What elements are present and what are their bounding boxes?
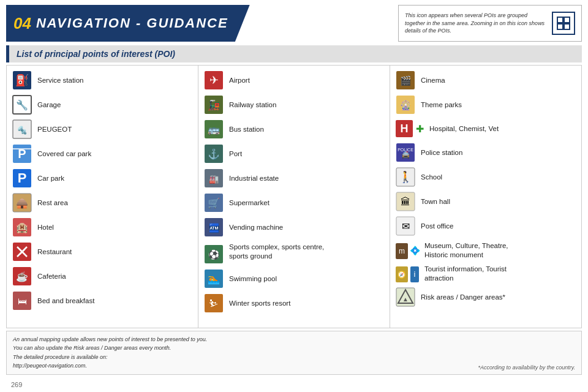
list-item: ⚽ Sports complex, sports centre, sports … bbox=[198, 239, 390, 266]
hotel-label: Hotel bbox=[37, 223, 54, 232]
risk-areas-icon: ▲ bbox=[395, 287, 416, 307]
list-item: 🚶 School bbox=[390, 165, 581, 189]
school-label: School bbox=[421, 173, 442, 182]
supermarket-icon: 🛒 bbox=[203, 192, 224, 213]
subtitle-bar: List of principal points of interest (PO… bbox=[6, 45, 582, 62]
service-station-icon: ⛽ bbox=[12, 70, 32, 91]
svg-text:i: i bbox=[414, 270, 416, 279]
svg-text:🧭: 🧭 bbox=[398, 270, 406, 279]
svg-text:P: P bbox=[18, 170, 27, 186]
cafeteria-icon: ☕ bbox=[12, 266, 32, 287]
list-item: 🏊 Swimming pool bbox=[198, 266, 390, 291]
post-office-label: Post office bbox=[421, 222, 454, 231]
list-item: 🛏 Bed and breakfast bbox=[7, 288, 198, 313]
industrial-estate-icon: 🏭 bbox=[203, 168, 224, 189]
list-item: 🎬 Cinema bbox=[390, 68, 581, 92]
rest-area-icon: 🛖 bbox=[12, 192, 32, 213]
list-item: 🛒 Supermarket bbox=[198, 190, 390, 215]
swimming-pool-icon: 🏊 bbox=[203, 268, 224, 289]
list-item: 🚌 Bus station bbox=[198, 117, 390, 141]
svg-text:m: m bbox=[399, 247, 405, 255]
svg-text:⚓: ⚓ bbox=[208, 148, 220, 160]
chapter-number: 04 bbox=[13, 14, 31, 33]
car-park-label: Car park bbox=[37, 174, 64, 183]
airport-icon: ✈ bbox=[203, 70, 224, 91]
svg-rect-2 bbox=[557, 24, 563, 29]
svg-text:🚌: 🚌 bbox=[208, 124, 220, 135]
hospital-icon: H ✚ bbox=[395, 119, 424, 138]
cinema-icon: 🎬 bbox=[395, 70, 416, 91]
svg-text:🔧: 🔧 bbox=[16, 99, 28, 111]
header-note-text: This icon appears when several POIs are … bbox=[405, 12, 547, 35]
list-item: ✉ Post office bbox=[390, 214, 581, 238]
bed-breakfast-label: Bed and breakfast bbox=[37, 296, 94, 306]
sports-complex-icon: ⚽ bbox=[203, 244, 224, 265]
page-number: 269 bbox=[11, 381, 22, 388]
footer-asterisk: *According to availability by the countr… bbox=[478, 364, 575, 371]
poi-column-1: ⛽ Service station 🔧 Garage 🔩 PEUGEOT P bbox=[7, 66, 198, 328]
list-item: 🏧 Vending machine bbox=[198, 215, 390, 239]
peugeot-icon: 🔩 bbox=[12, 119, 32, 140]
car-park-icon: P bbox=[12, 168, 32, 189]
svg-text:✚: ✚ bbox=[416, 124, 424, 134]
footer-note-text: An annual mapping update allows new poin… bbox=[13, 335, 466, 371]
page-header: 04 NAVIGATION - GUIDANCE This icon appea… bbox=[0, 0, 588, 44]
poi-column-2: ✈ Airport 🚂 Railway station 🚌 Bus st bbox=[198, 66, 390, 328]
footer-line-4: http://peugeot-navigation.com. bbox=[13, 363, 87, 369]
poi-column-3: 🎬 Cinema 🎡 Theme parks H ✚ bbox=[390, 66, 581, 328]
restaurant-label: Restaurant bbox=[37, 247, 72, 257]
post-office-icon: ✉ bbox=[395, 216, 416, 236]
svg-text:✈: ✈ bbox=[209, 74, 219, 86]
garage-icon: 🔧 bbox=[12, 94, 32, 115]
airport-label: Airport bbox=[229, 76, 250, 85]
list-item: 🔧 Garage bbox=[7, 92, 198, 117]
list-item: ✈ Airport bbox=[198, 68, 390, 92]
header-title-area: 04 NAVIGATION - GUIDANCE bbox=[6, 5, 250, 42]
svg-text:🚶: 🚶 bbox=[399, 170, 413, 184]
list-item: ⚓ Port bbox=[198, 141, 390, 166]
subtitle-text: List of principal points of interest (PO… bbox=[17, 49, 175, 59]
list-item: P Covered car park bbox=[7, 141, 198, 166]
svg-text:H: H bbox=[401, 123, 409, 135]
list-item: ▲ Risk areas / Danger areas* bbox=[390, 285, 581, 309]
museum-label: Museum, Culture, Theatre, Historic monum… bbox=[424, 241, 508, 260]
rest-area-label: Rest area bbox=[37, 198, 68, 208]
covered-car-park-icon: P bbox=[12, 143, 32, 164]
chapter-title: NAVIGATION - GUIDANCE bbox=[36, 15, 228, 31]
vending-machine-label: Vending machine bbox=[229, 223, 283, 232]
bus-station-icon: 🚌 bbox=[203, 119, 224, 140]
svg-rect-3 bbox=[564, 24, 570, 29]
cinema-label: Cinema bbox=[421, 76, 445, 85]
poi-list: ⛽ Service station 🔧 Garage 🔩 PEUGEOT P bbox=[6, 65, 582, 328]
svg-text:⛷: ⛷ bbox=[209, 298, 219, 309]
cafeteria-label: Cafeteria bbox=[37, 272, 66, 281]
list-item: 🏛 Town hall bbox=[390, 189, 581, 214]
list-item: 🧭 i Tourist information, Tourist attract… bbox=[390, 262, 581, 285]
theme-parks-icon: 🎡 bbox=[395, 94, 416, 115]
bus-station-label: Bus station bbox=[229, 125, 264, 134]
tourist-info-label: Tourist information, Tourist attraction bbox=[424, 265, 507, 283]
svg-text:🏧: 🏧 bbox=[209, 223, 220, 233]
swimming-pool-label: Swimming pool bbox=[229, 274, 277, 284]
list-item: POLICE 🚔 Police station bbox=[390, 140, 581, 165]
hotel-icon: 🏨 bbox=[12, 217, 32, 238]
list-item: 🎡 Theme parks bbox=[390, 92, 581, 117]
museum-icon: m 💠 bbox=[395, 243, 420, 260]
footer-area: An annual mapping update allows new poin… bbox=[6, 331, 582, 375]
supermarket-label: Supermarket bbox=[229, 198, 270, 208]
list-item: 🏭 Industrial estate bbox=[198, 166, 390, 190]
tourist-info-icon: 🧭 i bbox=[395, 266, 420, 283]
port-label: Port bbox=[229, 149, 242, 159]
port-icon: ⚓ bbox=[203, 143, 224, 164]
risk-areas-label: Risk areas / Danger areas* bbox=[421, 293, 505, 302]
svg-text:💠: 💠 bbox=[410, 246, 420, 256]
grid-icon bbox=[552, 12, 575, 35]
svg-text:🛏: 🛏 bbox=[18, 296, 27, 306]
bed-breakfast-icon: 🛏 bbox=[12, 290, 32, 311]
list-item: 🚂 Railway station bbox=[198, 92, 390, 117]
footer-line-3: The detailed procedure is available on: bbox=[13, 354, 108, 360]
header-note-box: This icon appears when several POIs are … bbox=[398, 5, 582, 42]
svg-text:🛒: 🛒 bbox=[208, 197, 220, 209]
svg-text:🛖: 🛖 bbox=[16, 197, 28, 209]
town-hall-label: Town hall bbox=[421, 197, 450, 206]
